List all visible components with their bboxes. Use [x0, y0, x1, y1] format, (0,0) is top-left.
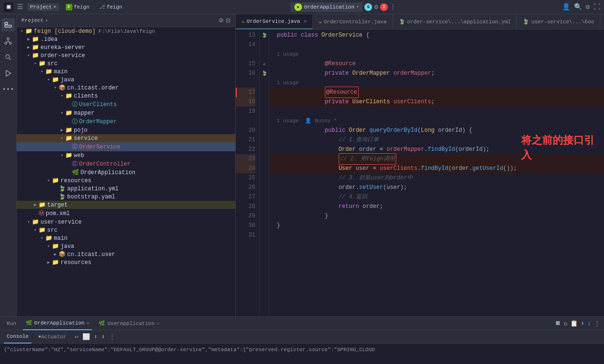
tree-item-web[interactable]: ▾ 📁 web: [17, 151, 235, 159]
project-panel-title-text: Project: [21, 18, 43, 23]
console-tab-console[interactable]: Console: [4, 330, 31, 344]
gear-settings-button[interactable]: ⚙: [219, 17, 224, 24]
console-action3[interactable]: ⬆: [94, 333, 98, 341]
run-config-selector[interactable]: ▶ OrderApplication ▾: [291, 2, 362, 12]
gutter-24: [261, 164, 268, 173]
sidebar-item-more[interactable]: •••: [1, 83, 15, 96]
folder-icon: 📁: [32, 44, 39, 51]
console-action1[interactable]: ↩: [75, 333, 79, 341]
run-panel-icon2[interactable]: ↻: [564, 320, 568, 327]
run-tab-run[interactable]: Run: [4, 317, 19, 330]
log-line: {"clusterName":"HZ","serviceName":"DEFAU…: [4, 345, 600, 354]
tree-arrow-root: ▾: [19, 29, 25, 34]
tree-item-bootstrap-yaml[interactable]: ▶ 🍃 bootstrap.yaml: [17, 193, 235, 201]
tree-item-main[interactable]: ▾ 📁 main: [17, 68, 235, 76]
run-panel-icon1[interactable]: ⏹: [555, 320, 561, 327]
console-action5[interactable]: ⋮: [109, 333, 115, 341]
run-tab-order-app[interactable]: 🌿 OrderApplication ✕: [23, 317, 92, 330]
tab-order-service[interactable]: ☕ OrderService.java ✕: [236, 14, 313, 30]
tree-item-target[interactable]: ▶ 📁 target: [17, 201, 235, 209]
package-icon: 📦: [59, 84, 66, 91]
tab-order-app-yml[interactable]: 🍃 order-service\...\application.yml: [393, 14, 517, 30]
feign-vcs-button[interactable]: F feign: [63, 3, 92, 11]
tree-item-package[interactable]: ▾ 📦 cn.itcast.order: [17, 84, 235, 92]
tree-item-resources-user[interactable]: ▶ 📁 resources: [17, 258, 235, 266]
tab-user-svc[interactable]: 🍃 user-service\...\boo: [517, 14, 600, 30]
tree-item-pomxml[interactable]: ▶ Ⓜ pom.xml: [17, 209, 235, 218]
run-tab-close-order[interactable]: ✕: [86, 320, 89, 326]
project-label: Project: [30, 4, 52, 10]
tree-item-java-user[interactable]: ▾ 📁 java: [17, 242, 235, 250]
ln-usage3: [236, 116, 255, 126]
tree-item-eureka[interactable]: ▶ 📁 eureka-server: [17, 43, 235, 51]
tree-item-ordermapper[interactable]: ▶ Ⓘ OrderMapper: [17, 117, 235, 126]
tree-item-order-service[interactable]: ▾ 📁 order-service: [17, 51, 235, 59]
svg-point-8: [6, 55, 10, 59]
feign-vcs-label: feign: [74, 4, 90, 10]
tab-order-controller[interactable]: ☕ OrderController.java: [313, 14, 393, 30]
collapse-all-button[interactable]: ⊟: [226, 17, 231, 24]
code-line-13: public class OrderService {: [269, 30, 604, 40]
window-maximize-icon[interactable]: ⛶: [594, 3, 600, 11]
tree-item-main-user[interactable]: ▾ 📁 main: [17, 234, 235, 242]
run-tab-user-app[interactable]: 🌿 UserApplication ✕: [96, 317, 162, 330]
more-actions-icon[interactable]: ⋮: [390, 3, 396, 11]
tab-close-order-service[interactable]: ✕: [304, 19, 307, 24]
console-action2[interactable]: ⬜: [82, 333, 90, 341]
tree-arrow-java: ▾: [45, 77, 52, 82]
tree-item-resources[interactable]: ▾ 📁 resources: [17, 177, 235, 185]
sidebar-item-project[interactable]: [1, 18, 15, 31]
tree-item-package-user[interactable]: ▶ 📦 cn.itcast.user: [17, 250, 235, 258]
tree-label-bootstrap-yaml: bootstrap.yaml: [67, 194, 115, 200]
kw-class: class: [301, 30, 318, 40]
tree-item-ordercontroller[interactable]: ▶ Ⓒ OrderController: [17, 159, 235, 168]
tree-item-src-user[interactable]: ▾ 📁 src: [17, 226, 235, 234]
tab-label-user-svc: user-service\...\boo: [531, 19, 594, 25]
project-panel-actions: ⚙ ⊟: [219, 17, 231, 24]
project-dropdown[interactable]: Project ▾: [27, 3, 59, 11]
tree-arrow-main: ▾: [39, 69, 45, 74]
run-tab-close-user[interactable]: ✕: [157, 321, 160, 326]
console-action4[interactable]: ⬇: [101, 333, 105, 341]
tree-item-pojo[interactable]: ▶ 📁 pojo: [17, 126, 235, 134]
feign-git-button[interactable]: ⎇ feign: [96, 3, 125, 11]
main-layout: ••• Project ▾ ⚙ ⊟ ▾ 📁 feign [cloud-demo]…: [0, 14, 604, 316]
tree-item-service[interactable]: ▾ 📁 service: [17, 134, 235, 142]
tree-item-orderapplication[interactable]: ▶ 🌿 OrderApplication: [17, 168, 235, 177]
var-ordermapper2: orderMapper: [386, 145, 424, 154]
tree-item-application-yml[interactable]: ▶ 🍃 application.yml: [17, 185, 235, 193]
tree-item-src[interactable]: ▾ 📁 src: [17, 59, 235, 68]
g-action-button[interactable]: G: [364, 3, 372, 11]
user-icon[interactable]: 👤: [562, 3, 570, 11]
tree-item-java[interactable]: ▾ 📁 java: [17, 76, 235, 84]
search-icon[interactable]: 🔍: [574, 3, 582, 11]
run-panel-icon4[interactable]: ⬆: [581, 320, 584, 327]
top-bar-center: ▶ OrderApplication ▾ G ⚙ 2 ⋮: [291, 2, 396, 12]
tree-item-userclients[interactable]: ▶ Ⓘ UserClients: [17, 100, 235, 109]
run-panel-icon5[interactable]: ↕: [587, 320, 591, 327]
notification-badge[interactable]: 2: [380, 3, 388, 11]
tree-root-feign[interactable]: ▾ 📁 feign [cloud-demo] F:\File\Java\feig…: [17, 27, 235, 35]
console-tab-actuator[interactable]: ● Actuator: [35, 330, 69, 344]
folder-icon: 📁: [52, 243, 59, 250]
class-icon: Ⓒ: [72, 143, 78, 151]
tree-item-user-service[interactable]: ▾ 📁 user-service: [17, 218, 235, 226]
sidebar-item-run[interactable]: [1, 67, 15, 80]
settings-icon[interactable]: ⚙: [374, 3, 378, 11]
tree-item-orderservice[interactable]: ▶ Ⓒ OrderService: [17, 142, 235, 151]
tree-item-mapper[interactable]: ▾ 📁 mapper: [17, 109, 235, 117]
tree-label-ordermapper: OrderMapper: [79, 118, 117, 125]
sidebar-item-search[interactable]: [1, 50, 15, 64]
tree-item-idea[interactable]: ▶ 📁 .idea: [17, 35, 235, 43]
gutter-13: 🍃: [261, 30, 268, 40]
gear-icon[interactable]: ⚙: [586, 3, 590, 11]
tree-item-clients[interactable]: ▾ 📁 clients: [17, 92, 235, 100]
run-panel-more[interactable]: ⋮: [594, 320, 600, 327]
var-userclients2: userClients: [380, 164, 417, 173]
ln-27: 27: [236, 192, 255, 202]
menu-icon[interactable]: ☰: [17, 3, 23, 11]
code-area[interactable]: public class OrderService { 1 usage @Res…: [269, 30, 604, 316]
gutter-16: 🍃: [261, 69, 268, 78]
sidebar-item-vcs[interactable]: [1, 34, 15, 48]
run-panel-icon3[interactable]: 📋: [570, 320, 578, 327]
